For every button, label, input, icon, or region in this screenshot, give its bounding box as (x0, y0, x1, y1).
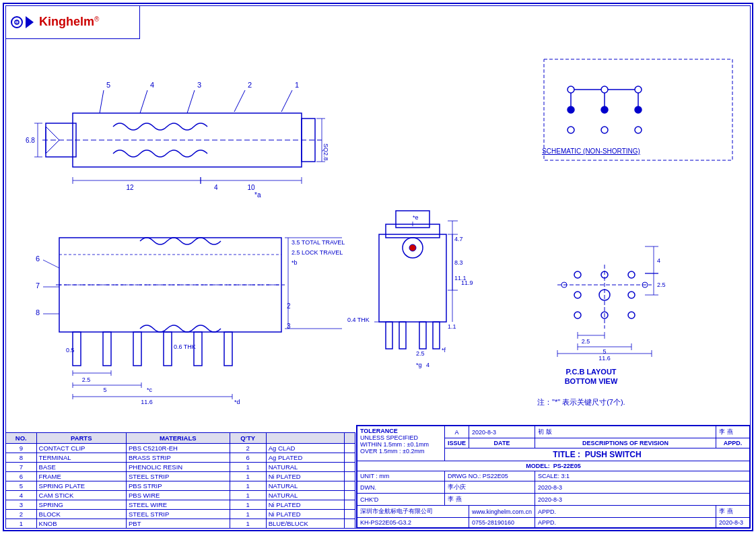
dim-1-1: 1.1 (448, 323, 456, 330)
svg-rect-28 (103, 332, 111, 366)
dim-4-top: 4 (214, 184, 218, 191)
svg-line-6 (100, 90, 104, 113)
bom-row-8: 8 TERMINAL BRASS STRIP 6 Ag PLATED (6, 453, 355, 463)
svg-line-5 (140, 90, 147, 113)
svg-point-97 (601, 86, 608, 93)
main-drawing: text { font-family: Arial, sans-serif; f… (5, 39, 751, 416)
issue-cell: A (445, 426, 469, 438)
dim-pcb-5: 5 (603, 348, 606, 355)
dim-pcb-2-5: 2.5 (657, 281, 666, 288)
dim-pcb-4: 4 (657, 257, 660, 264)
dim-2-5-front: 2.5 (416, 350, 425, 357)
label-6: 6 (36, 255, 40, 263)
model-cell: MODEL: PS-22E05 (357, 461, 750, 471)
dim-10: 10 (247, 184, 255, 191)
note-f: *f (442, 347, 446, 354)
label-1: 1 (295, 81, 299, 89)
tolerance-row: TOLERANCE UNLESS SPECIFIED WITHIN 1.5mm … (357, 426, 750, 438)
svg-rect-30 (164, 332, 172, 366)
svg-line-2 (281, 90, 292, 112)
pcb-bottom-label: BOTTOM VIEW (565, 377, 618, 385)
scale-row: UNIT : mm DRWG NO.: PS22E05 SCALE: 3:1 (357, 471, 750, 481)
svg-rect-32 (224, 332, 232, 366)
bom-header-parts: PARTS (36, 433, 126, 444)
appd-date: 2020-8-3 (716, 518, 750, 528)
dwn-row: DWN. 李小庆 2020-8-3 (357, 481, 750, 494)
logo-triangle-icon (26, 16, 34, 28)
svg-point-96 (568, 127, 574, 133)
tolerance-header: TOLERANCE (360, 428, 442, 434)
svg-point-101 (635, 106, 642, 113)
appd-label3: APPD. (535, 518, 716, 528)
bom-row-2: 2 BLOCK STEEL STRIP 1 Ni PLATED (6, 510, 355, 519)
label-3: 3 (197, 81, 201, 89)
svg-point-68 (574, 292, 581, 298)
bom-row-1: 1 KNOB PBT 1 BLUE/BLUCK (6, 519, 355, 529)
chkd-name: 李 燕 (445, 494, 535, 506)
note-a: *a (254, 191, 261, 199)
note-b: *b (291, 259, 298, 266)
bom-row-5: 5 SPRING PLATE PBS STRIP 1 NATURAL (6, 481, 355, 491)
issue-label: ISSUE (445, 438, 469, 448)
dim-pcb-2-5-h: 2.5 (582, 338, 590, 345)
note-g: *g (416, 362, 422, 368)
svg-line-4 (187, 90, 195, 113)
label-7: 7 (36, 281, 40, 290)
label-5: 5 (106, 81, 110, 89)
note-text: 注："*" 表示关键尺寸(7个). (537, 398, 625, 406)
dim-2-side: 2 (287, 302, 291, 310)
note-d: *d (234, 399, 240, 405)
chkd-date: 2020-8-3 (535, 494, 750, 506)
dim-11-6-side: 11.6 (141, 399, 153, 405)
tolerance-over: OVER 1.5mm : ±0.2mm (360, 448, 442, 455)
date-label: DATE (469, 438, 535, 448)
bom-row-6: 6 FRAME STEEL STRIP 1 Ni PLATED (6, 472, 355, 481)
svg-point-67 (628, 271, 635, 278)
svg-rect-54 (386, 322, 392, 349)
title-block: TOLERANCE UNLESS SPECIFIED WITHIN 1.5mm … (356, 425, 751, 529)
dim-4-7: 4.7 (454, 236, 463, 242)
rev-date-cell: 2020-8-3 (469, 426, 535, 438)
logo-icons (11, 16, 34, 28)
label-2: 2 (248, 81, 252, 89)
bom-row-9: 9 CONTACT CLIP PBS C5210R-EH 2 Ag CLAD (6, 444, 355, 453)
svg-rect-56 (419, 322, 426, 349)
dim-0-6-thk: 0.6 THK (174, 343, 196, 350)
fileref-row: KH-PS22E05-G3.2 0755-28190160 APPD. 2020… (357, 518, 750, 528)
dim-0-4-thk: 0.4 THK (347, 316, 370, 323)
label-8: 8 (36, 308, 40, 316)
svg-rect-29 (133, 332, 141, 366)
sq2-dim: SQ2.8 (322, 143, 329, 161)
svg-point-53 (409, 244, 416, 251)
company-phone: 0755-28190160 (469, 518, 535, 528)
svg-point-70 (628, 292, 635, 298)
company-row: 深圳市金航标电子有限公司 www.kinghelm.com.cn APPD. 李… (357, 506, 750, 518)
dwn-label: DWN. (357, 481, 445, 494)
svg-point-98 (601, 106, 608, 113)
bom-header-materials: MATERIALS (126, 433, 230, 444)
svg-point-102 (635, 127, 642, 133)
dim-8-3: 8.3 (454, 259, 463, 266)
chkd-label: CHK'D (357, 494, 445, 506)
descriptions-label: DESCRIPTIONS OF REVISION (535, 438, 716, 448)
company-address: 深圳市金航标电子有限公司 (357, 506, 469, 518)
tolerance-within: WITHIN 1.5mm : ±0.1mm (360, 441, 442, 448)
bom-header-col5 (266, 433, 344, 444)
svg-point-99 (601, 127, 608, 133)
dim-12: 12 (126, 184, 134, 191)
schematic-label: SCHEMATIC (NON-SHORTING) (542, 147, 640, 155)
dim-2-5-lock: 2.5 LOCK TRAVEL (291, 249, 343, 256)
svg-point-71 (574, 312, 581, 319)
file-ref: KH-PS22E05-G3.2 (357, 518, 469, 528)
dwn-name: 李小庆 (445, 481, 535, 494)
svg-point-95 (568, 106, 574, 113)
bom-row-4: 4 CAM STICK PBS WIRE 1 NATURAL (6, 491, 355, 500)
svg-point-65 (574, 271, 581, 278)
svg-point-100 (635, 86, 642, 93)
dim-5-side: 5 (103, 387, 106, 393)
bom-header-col6 (345, 433, 355, 444)
note-e: *e (413, 214, 419, 221)
tolerance-line1: UNLESS SPECIFIED (360, 434, 442, 441)
rev-appd-cell: 李 燕 (716, 426, 750, 438)
model-row: MODEL: PS-22E05 (357, 461, 750, 471)
